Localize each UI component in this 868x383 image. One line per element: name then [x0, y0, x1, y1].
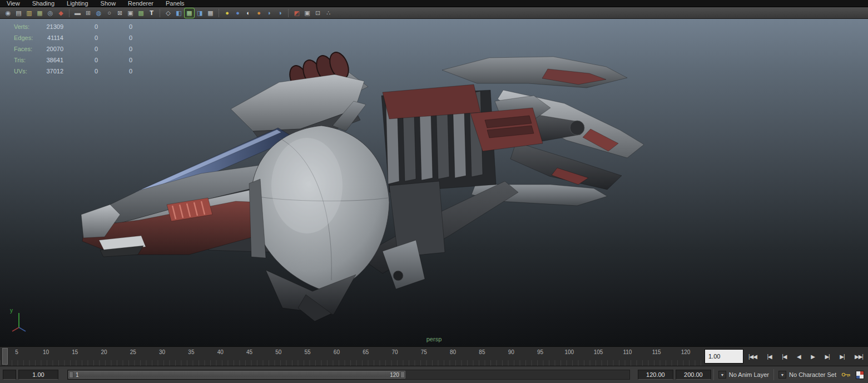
joint-x-ray-icon[interactable]: ⊡: [313, 8, 323, 18]
ambient-occlusion-icon[interactable]: ◐: [244, 8, 253, 18]
time-slider-row: 5101520253035404550556065707580859095100…: [0, 346, 868, 366]
playback-start-field[interactable]: [18, 370, 58, 380]
hud-count-col3: 0: [98, 68, 132, 74]
use-default-material-icon[interactable]: ◨: [195, 8, 205, 18]
use-all-lights-icon[interactable]: ●: [222, 8, 232, 18]
step-back-key-button[interactable]: |◀: [781, 352, 787, 361]
go-to-start-button[interactable]: |◀◀: [748, 352, 757, 361]
timeline-ruler[interactable]: 5101520253035404550556065707580859095100…: [0, 347, 702, 366]
shaded-icon[interactable]: ◧: [174, 8, 183, 18]
timeline-tick: 50: [264, 347, 293, 366]
timeline-tick: 30: [147, 347, 176, 366]
anim-layer-label: No Anim Layer: [729, 371, 769, 378]
toolbar-separator: [288, 9, 289, 17]
multisampling-icon[interactable]: ◗: [265, 8, 274, 18]
playback-controls: |◀◀|◀|◀◀▶▶|▶|▶▶|: [746, 347, 868, 366]
plugin-shading-icon[interactable]: ∴: [324, 8, 333, 18]
timeline-tick: 55: [293, 347, 322, 366]
timeline-tick: 20: [90, 347, 118, 366]
wireframe-icon[interactable]: ◇: [163, 8, 173, 18]
select-camera-icon[interactable]: ◉: [3, 8, 13, 18]
step-forward-key-button[interactable]: ▶|: [824, 352, 830, 361]
toolbar-separator: [69, 9, 70, 17]
range-start-label: 1: [76, 372, 79, 378]
character-set-dropdown[interactable]: ▼ No Character Set: [776, 366, 839, 383]
bookmarks-icon[interactable]: ▥: [24, 8, 34, 18]
x-ray-icon[interactable]: ▣: [302, 8, 312, 18]
safe-title-icon[interactable]: ▣: [126, 8, 135, 18]
checkered-icon[interactable]: ▦: [206, 8, 215, 18]
camera-name-label: persp: [0, 336, 868, 342]
current-time-field[interactable]: [705, 349, 743, 364]
step-forward-frame-button[interactable]: ▶|: [839, 352, 845, 361]
menu-shading[interactable]: Shading: [32, 0, 54, 7]
depth-of-field-icon[interactable]: ◑: [275, 8, 285, 18]
timeline-tick: 115: [642, 347, 671, 366]
play-forwards-button[interactable]: ▶: [810, 352, 815, 361]
animation-start-field[interactable]: [3, 370, 16, 380]
step-back-frame-button[interactable]: |◀: [766, 352, 772, 361]
hud-count-col3: 0: [98, 46, 132, 52]
resolution-gate-icon[interactable]: ⊞: [83, 8, 93, 18]
viewport[interactable]: Verts: 21309 0 0 Edges: 41114 0 0 Faces:…: [0, 19, 868, 346]
toolbar-separator: [219, 9, 219, 17]
shadows-icon[interactable]: ●: [233, 8, 242, 18]
play-backwards-button[interactable]: ◀: [796, 352, 801, 361]
menu-lighting[interactable]: Lighting: [67, 0, 88, 7]
playback-end-field[interactable]: [638, 370, 673, 380]
timeline-tick: 120: [671, 347, 700, 366]
chevron-down-icon: ▼: [778, 371, 786, 379]
hud-count-col2: 0: [63, 34, 98, 41]
animation-preferences-icon[interactable]: [854, 369, 865, 380]
frame-all-icon[interactable]: ▩: [136, 8, 146, 18]
timeline-tick: 15: [61, 347, 90, 366]
hud-row: Verts: 21309 0 0: [0, 21, 132, 32]
hud-count-col2: 0: [63, 57, 98, 63]
chevron-down-icon: ▼: [718, 371, 726, 379]
hud-count-col3: 0: [98, 57, 132, 63]
panel-menubar: ViewShadingLightingShowRendererPanels: [0, 0, 868, 7]
timeline-tick: 95: [525, 347, 554, 366]
hud-row: UVs: 37012 0 0: [0, 66, 132, 77]
timeline-tick: 65: [351, 347, 380, 366]
go-to-end-button[interactable]: ▶▶|: [854, 352, 864, 361]
hud-label: UVs:: [0, 68, 43, 74]
current-frame-indicator[interactable]: [2, 348, 8, 365]
auto-keyframe-icon[interactable]: [841, 369, 852, 380]
hud-count-col3: 0: [98, 34, 132, 41]
range-slider-track[interactable]: 1 120: [67, 370, 630, 380]
menu-show[interactable]: Show: [101, 0, 116, 7]
2d-pan-zoom-icon[interactable]: ◎: [46, 8, 55, 18]
timeline-tick: 75: [409, 347, 438, 366]
hud-total-count: 21309: [43, 23, 63, 30]
hud-label: Faces:: [0, 46, 43, 52]
film-gate-icon[interactable]: ▬: [73, 8, 82, 18]
hud-label: Edges:: [0, 34, 43, 41]
range-slider-bar[interactable]: 1 120: [68, 371, 405, 379]
timeline-tick: 70: [380, 347, 409, 366]
axis-y-label: y: [10, 307, 13, 314]
anim-layer-dropdown[interactable]: ▼ No Anim Layer: [716, 366, 771, 383]
timeline-tick: 40: [206, 347, 235, 366]
image-plane-icon[interactable]: ▦: [35, 8, 44, 18]
axis-gizmo: y: [7, 309, 31, 334]
animation-end-field[interactable]: [676, 370, 711, 380]
gate-mask-icon[interactable]: ◍: [94, 8, 103, 18]
field-chart-icon[interactable]: ○: [105, 8, 114, 18]
menu-panels[interactable]: Panels: [166, 0, 185, 7]
range-slider-row: 1 120 ▼ No Anim Layer ▼ No Character Set: [0, 366, 868, 383]
timeline-tick: 10: [31, 347, 60, 366]
grease-pencil-icon[interactable]: ◆: [56, 8, 66, 18]
menu-renderer[interactable]: Renderer: [128, 0, 153, 7]
pencil-tool-icon[interactable]: ▤: [14, 8, 23, 18]
timeline-tick: 100: [555, 347, 584, 366]
safe-action-icon[interactable]: ⊠: [115, 8, 125, 18]
toolbar-separator: [160, 9, 160, 17]
menu-view[interactable]: View: [7, 0, 20, 7]
textured-icon[interactable]: ▦: [185, 8, 194, 18]
isolate-select-icon[interactable]: ◩: [292, 8, 301, 18]
motion-blur-icon[interactable]: ●: [254, 8, 264, 18]
hud-toggle-icon[interactable]: T: [147, 8, 156, 18]
hud-count-col2: 0: [63, 68, 98, 74]
hud-label: Tris:: [0, 57, 43, 63]
